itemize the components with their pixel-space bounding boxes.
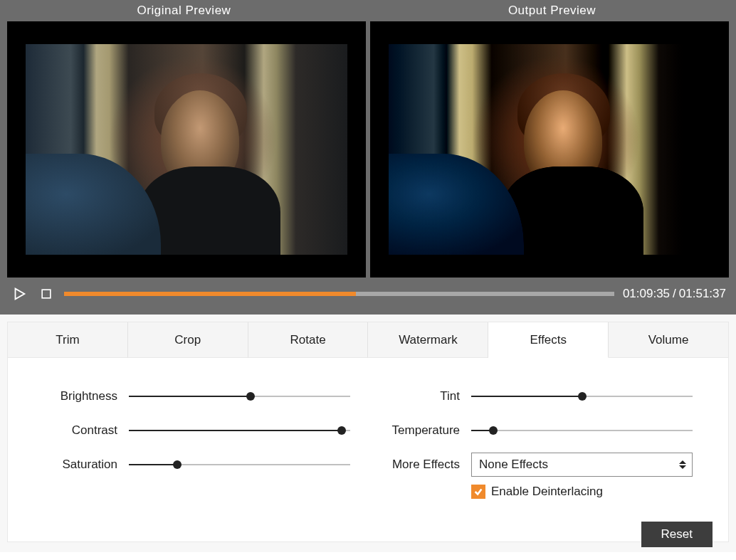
output-preview-label: Output Preview xyxy=(368,4,736,18)
playback-progress[interactable] xyxy=(64,292,614,296)
effects-panel: Brightness Contrast Saturation xyxy=(8,358,728,541)
editor-panel: TrimCropRotateWatermarkEffectsVolume Bri… xyxy=(0,315,736,552)
contrast-row: Contrast xyxy=(36,413,350,448)
contrast-slider[interactable] xyxy=(129,425,350,436)
tab-crop[interactable]: Crop xyxy=(128,322,248,358)
tab-trim[interactable]: Trim xyxy=(8,322,128,358)
tint-row: Tint xyxy=(379,379,693,413)
play-button[interactable] xyxy=(10,285,28,303)
output-preview[interactable] xyxy=(370,21,729,278)
deinterlace-row: Enable Deinterlacing xyxy=(471,485,693,499)
contrast-label: Contrast xyxy=(36,423,129,438)
tab-rotate[interactable]: Rotate xyxy=(248,322,369,358)
tab-watermark[interactable]: Watermark xyxy=(368,322,488,358)
stop-button[interactable] xyxy=(37,285,56,303)
temperature-slider[interactable] xyxy=(471,425,693,436)
check-icon xyxy=(473,487,483,497)
brightness-row: Brightness xyxy=(36,379,350,413)
video-area: Original Preview Output Preview 01:09:35… xyxy=(0,0,736,315)
tab-volume[interactable]: Volume xyxy=(609,322,728,358)
temperature-row: Temperature xyxy=(379,413,693,448)
temperature-label: Temperature xyxy=(379,423,471,438)
select-spinner-icon xyxy=(679,460,688,469)
playback-time: 01:09:35/01:51:37 xyxy=(623,287,726,301)
saturation-slider[interactable] xyxy=(129,459,350,470)
brightness-label: Brightness xyxy=(36,389,129,403)
playback-position: 01:09:35 xyxy=(623,287,670,300)
deinterlace-label: Enable Deinterlacing xyxy=(491,485,603,499)
tab-bar: TrimCropRotateWatermarkEffectsVolume xyxy=(8,322,728,358)
more-effects-row: More Effects None Effects xyxy=(379,448,693,482)
play-icon xyxy=(11,286,27,302)
reset-button[interactable]: Reset xyxy=(641,522,713,547)
brightness-slider[interactable] xyxy=(129,391,350,402)
playback-bar: 01:09:35/01:51:37 xyxy=(0,278,736,309)
deinterlace-checkbox[interactable] xyxy=(471,485,485,499)
original-preview[interactable] xyxy=(7,21,366,278)
saturation-row: Saturation xyxy=(36,448,350,482)
more-effects-select[interactable]: None Effects xyxy=(471,453,693,477)
more-effects-value: None Effects xyxy=(479,458,548,472)
tint-slider[interactable] xyxy=(471,391,693,402)
tint-label: Tint xyxy=(379,389,471,403)
saturation-label: Saturation xyxy=(36,458,129,472)
tab-effects[interactable]: Effects xyxy=(488,322,609,358)
playback-duration: 01:51:37 xyxy=(679,287,726,300)
original-preview-label: Original Preview xyxy=(0,4,368,18)
preview-header: Original Preview Output Preview xyxy=(0,0,736,21)
stop-icon xyxy=(39,287,53,301)
svg-rect-0 xyxy=(42,290,51,298)
more-effects-label: More Effects xyxy=(379,458,471,472)
